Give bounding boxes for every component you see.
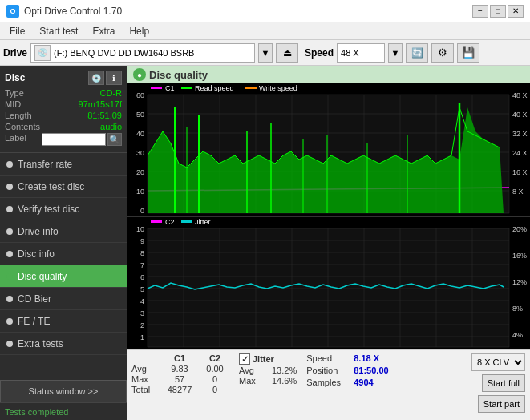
- disc-info-button[interactable]: ℹ: [106, 71, 122, 85]
- start-part-button[interactable]: Start part: [478, 395, 525, 413]
- left-panel: Disc 💿 ℹ Type CD-R MID 97m15s17f Length …: [0, 66, 127, 420]
- nav-dot-verify-test-disc: [6, 206, 13, 212]
- menu-extra[interactable]: Extra: [86, 24, 121, 38]
- speed-value: 48 X: [341, 48, 359, 58]
- refresh-button[interactable]: 🔄: [406, 43, 428, 63]
- svg-text:4%: 4%: [512, 331, 523, 339]
- nav-label-create-test-disc: Create test disc: [18, 181, 84, 192]
- svg-rect-111: [181, 220, 192, 223]
- nav-transfer-rate[interactable]: Transfer rate: [0, 153, 127, 176]
- label-search-button[interactable]: 🔍: [107, 133, 122, 146]
- speed-label: Speed: [306, 353, 350, 363]
- label-input-area: 🔍: [42, 133, 122, 146]
- avg-label: Avg: [131, 364, 162, 374]
- speed-selector[interactable]: 48 X: [337, 43, 385, 63]
- disc-icon-area: 💿 ℹ: [88, 71, 122, 85]
- status-section: Status window >> Tests completed: [0, 380, 127, 420]
- speed-dropdown-button[interactable]: ▼: [388, 43, 403, 63]
- settings-button[interactable]: ⚙: [431, 43, 454, 63]
- contents-row: Contents audio: [5, 122, 122, 131]
- nav-disc-info[interactable]: Disc info: [0, 243, 127, 265]
- disc-title: Disc: [5, 72, 25, 83]
- samples-row: Samples 4904: [306, 378, 388, 387]
- svg-text:60: 60: [136, 91, 144, 99]
- speed-mode-row: 8 X CLV: [471, 353, 525, 371]
- nav-dot-disc-info: [6, 251, 13, 257]
- type-row: Type CD-R: [5, 88, 122, 98]
- titlebar-controls: − □ ✕: [472, 5, 524, 18]
- svg-text:16%: 16%: [512, 252, 527, 260]
- top-chart-svg: 60 50 40 30 20 10 0 48 X 40 X 32 X 24 X …: [127, 83, 530, 216]
- titlebar-left: O Opti Drive Control 1.70: [6, 5, 122, 18]
- svg-text:4: 4: [140, 297, 144, 305]
- drive-selector[interactable]: 💿 (F:) BENQ DVD DD DW1640 BSRB: [30, 43, 255, 63]
- minimize-button[interactable]: −: [472, 5, 488, 18]
- svg-text:10: 10: [136, 188, 144, 196]
- nav-drive-info[interactable]: Drive info: [0, 220, 127, 243]
- svg-text:5: 5: [140, 285, 144, 293]
- save-button[interactable]: 💾: [457, 43, 479, 63]
- action-buttons: 8 X CLV Start full Start part: [471, 353, 525, 413]
- svg-text:12%: 12%: [512, 278, 527, 286]
- nav-disc-quality[interactable]: Disc quality: [0, 265, 127, 288]
- maximize-button[interactable]: □: [490, 5, 506, 18]
- svg-text:6: 6: [140, 273, 144, 281]
- contents-value: audio: [100, 122, 122, 131]
- close-button[interactable]: ✕: [508, 5, 524, 18]
- jitter-header: ✓ Jitter: [239, 353, 297, 365]
- start-full-button[interactable]: Start full: [482, 374, 525, 392]
- app-icon: O: [6, 5, 19, 18]
- label-input[interactable]: [42, 133, 106, 146]
- nav-cd-bier[interactable]: CD Bier: [0, 288, 127, 310]
- stats-table: C1 C2 Avg 9.83 0.00 Max 57 0 Total 48277…: [131, 353, 233, 394]
- speed-mode-select[interactable]: 8 X CLV: [471, 353, 525, 371]
- stats-header-row: C1 C2: [131, 353, 233, 363]
- nav-label-disc-quality: Disc quality: [18, 271, 67, 282]
- drivebar: Drive 💿 (F:) BENQ DVD DD DW1640 BSRB ▼ ⏏…: [0, 40, 530, 66]
- main-content: Disc 💿 ℹ Type CD-R MID 97m15s17f Length …: [0, 66, 530, 420]
- svg-text:8%: 8%: [512, 305, 523, 313]
- label-row: Label 🔍: [5, 133, 122, 146]
- total-c1: 48277: [162, 385, 197, 394]
- nav-verify-test-disc[interactable]: Verify test disc: [0, 198, 127, 220]
- disc-header: Disc 💿 ℹ: [5, 71, 122, 85]
- total-label: Total: [131, 385, 162, 394]
- svg-text:3: 3: [140, 309, 144, 317]
- status-window-button[interactable]: Status window >>: [0, 380, 127, 402]
- svg-text:8: 8: [140, 249, 144, 257]
- nav-fe-te[interactable]: FE / TE: [0, 310, 127, 333]
- menu-help[interactable]: Help: [123, 24, 156, 38]
- svg-text:9: 9: [140, 237, 144, 245]
- svg-rect-58: [245, 87, 257, 89]
- speed-label: Speed: [305, 47, 334, 59]
- drive-text: (F:) BENQ DVD DD DW1640 BSRB: [54, 48, 251, 58]
- jitter-checkbox[interactable]: ✓: [239, 353, 250, 365]
- titlebar: O Opti Drive Control 1.70 − □ ✕: [0, 0, 530, 22]
- svg-text:20%: 20%: [512, 225, 527, 233]
- jitter-max-label: Max: [239, 376, 269, 386]
- disc-open-button[interactable]: 💿: [88, 71, 104, 85]
- nav-label-disc-info: Disc info: [18, 248, 55, 260]
- position-label: Position: [306, 365, 350, 375]
- menu-start-test[interactable]: Start test: [33, 24, 84, 38]
- menu-file[interactable]: File: [3, 24, 31, 38]
- drive-dropdown-button[interactable]: ▼: [258, 43, 273, 63]
- eject-button[interactable]: ⏏: [276, 43, 298, 63]
- jitter-avg-label: Avg: [239, 365, 269, 375]
- mid-row: MID 97m15s17f: [5, 99, 122, 109]
- charts-area: 60 50 40 30 20 10 0 48 X 40 X 32 X 24 X …: [127, 83, 530, 349]
- length-value: 81:51.09: [87, 111, 122, 120]
- nav-extra-tests[interactable]: Extra tests: [0, 333, 127, 355]
- length-row: Length 81:51.09: [5, 111, 122, 120]
- svg-text:40 X: 40 X: [512, 111, 528, 119]
- svg-rect-56: [181, 87, 192, 89]
- jitter-checkmark: ✓: [241, 354, 249, 365]
- bottom-chart: 10 9 8 7 6 5 4 3 2 1 20% 16% 12% 8% 4%: [127, 217, 530, 350]
- top-chart: 60 50 40 30 20 10 0 48 X 40 X 32 X 24 X …: [127, 83, 530, 217]
- stats-max-row: Max 57 0: [131, 374, 233, 384]
- col-c1: C1: [162, 353, 197, 363]
- chart-header: ● Disc quality: [127, 66, 530, 83]
- svg-text:2: 2: [140, 321, 144, 329]
- nav-create-test-disc[interactable]: Create test disc: [0, 176, 127, 198]
- drive-label: Drive: [3, 47, 27, 59]
